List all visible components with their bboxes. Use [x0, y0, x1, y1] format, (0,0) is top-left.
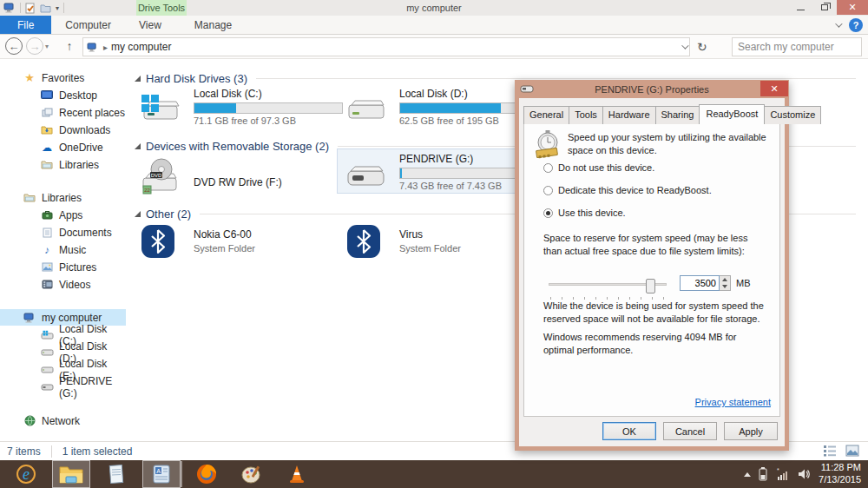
sidebar-item-libraries-fav[interactable]: Libraries	[0, 156, 126, 173]
tab-hardware[interactable]: Hardware	[602, 106, 656, 124]
sidebar-item-network[interactable]: Network	[0, 412, 126, 429]
system-tray: * 11:28 PM 7/13/2015	[744, 460, 868, 488]
history-dropdown-icon[interactable]: ▾	[45, 43, 49, 50]
mb-unit-label: MB	[736, 278, 751, 288]
new-folder-icon[interactable]	[40, 3, 51, 13]
computer-icon	[3, 3, 16, 13]
drive-name: DVD RW Drive (F:)	[194, 176, 341, 188]
system-drive-icon	[40, 330, 54, 340]
restore-button[interactable]	[812, 0, 837, 15]
sidebar-item-favorites[interactable]: ★ Favorites	[0, 69, 126, 86]
help-icon[interactable]: ?	[849, 18, 863, 32]
tab-sharing[interactable]: Sharing	[655, 106, 700, 124]
minimize-button[interactable]	[788, 0, 812, 15]
svg-text:*: *	[777, 467, 779, 473]
ok-button[interactable]: OK	[602, 422, 656, 440]
tab-computer[interactable]: Computer	[51, 16, 125, 34]
slider-thumb[interactable]	[646, 279, 655, 293]
battery-icon[interactable]	[759, 467, 767, 481]
forward-button[interactable]: →	[26, 37, 43, 55]
tab-view[interactable]: View	[125, 16, 175, 34]
sidebar-item-recent-places[interactable]: Recent places	[0, 104, 126, 121]
taskbar-clock[interactable]: 11:28 PM 7/13/2015	[819, 462, 861, 486]
taskbar-ie-icon[interactable]: e	[7, 460, 45, 488]
dialog-body: General Tools Hardware Sharing ReadyBoos…	[519, 98, 785, 446]
radio-do-not-use[interactable]: Do not use this device.	[543, 162, 654, 173]
sidebar-item-pictures[interactable]: Pictures	[0, 259, 126, 275]
sidebar-item-onedrive[interactable]: ☁ OneDrive	[0, 139, 126, 155]
readyboost-tab-panel: Speed up your system by utilizing the av…	[523, 122, 780, 417]
details-view-icon[interactable]	[823, 445, 837, 457]
sidebar-item-apps[interactable]: Apps	[0, 207, 126, 223]
taskbar-notepad-icon[interactable]	[97, 460, 135, 488]
tab-readyboost[interactable]: ReadyBoost	[699, 104, 765, 122]
search-input[interactable]	[733, 41, 868, 53]
usb-drive-icon	[40, 383, 54, 391]
properties-icon[interactable]	[25, 3, 36, 14]
taskbar-vlc-icon[interactable]	[278, 460, 316, 488]
taskbar-paint-icon[interactable]	[233, 460, 271, 488]
reserve-mb-input[interactable]	[680, 275, 720, 291]
tab-customize[interactable]: Customize	[764, 106, 821, 124]
ribbon-expand-icon[interactable]	[835, 20, 842, 27]
address-dropdown-icon[interactable]	[681, 42, 688, 49]
libraries-folder-icon	[40, 160, 54, 169]
device-item-nokia[interactable]: Nokia C6-00 System Folder	[140, 223, 341, 254]
spin-down-icon[interactable]	[720, 283, 730, 290]
spin-up-icon[interactable]	[720, 276, 730, 283]
network-signal-icon[interactable]: *	[775, 467, 789, 481]
taskbar-wordpad-icon[interactable]: A	[142, 460, 181, 488]
sidebar-item-music[interactable]: ♪ Music	[0, 241, 126, 258]
recommendation-note: Windows recommends reserving 4094 MB for…	[543, 331, 743, 358]
tab-general[interactable]: General	[523, 106, 569, 124]
privacy-statement-link[interactable]: Privacy statement	[695, 397, 771, 407]
cancel-button[interactable]: Cancel	[663, 422, 717, 440]
sidebar-item-downloads[interactable]: Downloads	[0, 122, 126, 138]
dialog-close-icon[interactable]: ✕	[760, 81, 788, 96]
radio-button-icon[interactable]	[543, 186, 553, 195]
thumbnail-view-icon[interactable]	[845, 445, 859, 457]
collapse-triangle-icon[interactable]	[135, 211, 141, 217]
tab-file[interactable]: File	[0, 16, 51, 34]
drive-item-local-disk-c[interactable]: Local Disk (C:) 71.1 GB free of 97.3 GB	[140, 88, 341, 126]
tab-manage[interactable]: Manage	[181, 16, 246, 34]
computer-icon	[87, 43, 98, 52]
breadcrumb[interactable]: my computer	[111, 41, 171, 53]
show-hidden-icons-icon[interactable]	[744, 472, 751, 477]
sidebar-item-documents[interactable]: Documents	[0, 224, 126, 241]
address-bar[interactable]: ▸ my computer	[82, 37, 690, 56]
tab-tools[interactable]: Tools	[569, 106, 603, 124]
star-icon: ★	[23, 71, 36, 84]
qat-dropdown-icon[interactable]: ▾	[56, 4, 59, 12]
sidebar-item-libraries[interactable]: Libraries	[0, 189, 126, 206]
sidebar-item-pendrive-g[interactable]: PENDRIVE (G:)	[0, 379, 126, 395]
svg-text:22: 22	[144, 188, 150, 193]
taskbar-file-explorer-icon[interactable]	[52, 460, 90, 488]
system-drive-icon	[140, 91, 180, 124]
apply-button[interactable]: Apply	[724, 422, 778, 440]
volume-icon[interactable]	[797, 467, 811, 481]
back-button[interactable]: ←	[5, 37, 23, 55]
refresh-icon[interactable]: ↻	[697, 40, 707, 54]
pendrive-properties-dialog: PENDRIVE (G:) Properties ✕ General Tools…	[515, 80, 789, 451]
title-bar: ▾ my computer Drive Tools ✕	[0, 0, 868, 16]
sidebar-item-videos[interactable]: Videos	[0, 276, 126, 293]
up-button[interactable]: ↑	[61, 37, 78, 55]
bluetooth-device-icon	[345, 223, 382, 260]
radio-dedicate[interactable]: Dedicate this device to ReadyBoost.	[543, 185, 712, 195]
radio-use-this-device[interactable]: Use this device.	[543, 208, 626, 218]
collapse-triangle-icon[interactable]	[135, 76, 141, 82]
window-title: my computer	[0, 0, 868, 16]
drive-item-dvd-rw-f[interactable]: DVD22 DVD RW Drive (F:)	[140, 157, 341, 188]
drive-tools-contextual-tab[interactable]: Drive Tools	[136, 0, 187, 16]
collapse-triangle-icon[interactable]	[135, 143, 141, 149]
search-box[interactable]	[732, 37, 862, 56]
close-button[interactable]: ✕	[837, 0, 868, 15]
radio-button-icon[interactable]	[543, 208, 553, 218]
spinner-buttons[interactable]	[720, 275, 731, 291]
readyboost-icon	[533, 129, 562, 161]
sidebar-item-desktop[interactable]: Desktop	[0, 87, 126, 103]
radio-button-icon[interactable]	[543, 163, 553, 173]
taskbar-firefox-icon[interactable]	[187, 460, 226, 488]
reserve-space-slider[interactable]	[549, 279, 667, 296]
